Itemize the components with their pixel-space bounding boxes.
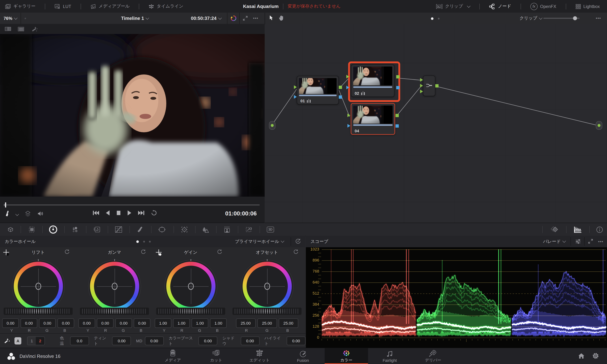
key-input-port[interactable] — [346, 86, 349, 89]
color-wheel[interactable] — [90, 262, 139, 311]
key-output-port[interactable] — [339, 95, 342, 99]
tab-color[interactable]: カラー — [325, 348, 368, 364]
temp-field[interactable]: 0.0 — [70, 337, 89, 345]
info-icon[interactable] — [595, 225, 604, 234]
viewer-options-icon[interactable]: ••• — [253, 16, 258, 20]
rgb-input-port[interactable] — [346, 75, 349, 78]
parallel-mixer-node[interactable] — [423, 76, 435, 96]
scope-settings-icon[interactable] — [575, 239, 581, 244]
rgb-output-port[interactable] — [339, 86, 342, 89]
primaries-bars-icon[interactable] — [71, 225, 79, 234]
node-page-dot-1[interactable] — [431, 17, 433, 20]
viewer-zoom-select[interactable]: 76% — [0, 16, 21, 21]
corrector-node-02-selection[interactable]: 02 — [348, 62, 400, 102]
play-button[interactable] — [127, 210, 132, 216]
pointer-tool-icon[interactable] — [269, 15, 274, 21]
master-wheel-slider[interactable] — [232, 308, 301, 315]
curves-icon[interactable] — [114, 225, 123, 234]
goto-start-button[interactable] — [92, 210, 99, 216]
wipe-modes-icon[interactable] — [25, 210, 31, 217]
scope-mode-select[interactable]: パレード — [543, 238, 565, 245]
wheel-mode-select[interactable]: プライマリーホイール — [235, 238, 284, 245]
timeline-select[interactable]: Timeline 1 — [121, 15, 149, 21]
corrector-node-02[interactable]: 02 — [351, 64, 394, 97]
gallery-button[interactable]: ギャラリー — [0, 0, 40, 13]
wheel-handle[interactable] — [264, 283, 270, 290]
tab-deliver[interactable]: デリバー — [412, 348, 455, 364]
gallery-grid-icon[interactable] — [18, 26, 24, 31]
audio-mute-icon[interactable] — [37, 211, 44, 217]
loop-button[interactable] — [151, 210, 157, 216]
playhead[interactable] — [5, 202, 6, 208]
key-input-port[interactable] — [348, 124, 350, 128]
output-node[interactable] — [596, 121, 602, 130]
key-output-port[interactable] — [396, 86, 400, 89]
master-wheel-slider[interactable] — [156, 308, 225, 315]
value-r[interactable]: 1.00 — [173, 318, 190, 328]
wheel-handle[interactable] — [35, 283, 41, 290]
tab-media[interactable]: メディア — [151, 348, 194, 364]
reset-icon[interactable] — [217, 249, 222, 254]
stop-button[interactable] — [116, 210, 121, 216]
node-options-icon[interactable]: ••• — [596, 16, 601, 20]
value-r[interactable]: 0.00 — [97, 318, 114, 328]
value-b[interactable]: 25.00 — [279, 318, 298, 328]
wheel-handle[interactable] — [188, 283, 194, 290]
viewer-scrubber[interactable] — [5, 205, 259, 205]
media-pool-button[interactable]: メディアプール — [85, 0, 135, 13]
tab-fairlight[interactable]: Fairlight — [368, 348, 412, 364]
rgb-mixer-icon[interactable] — [92, 225, 101, 234]
play-reverse-button[interactable] — [105, 210, 110, 216]
value-g[interactable]: 25.00 — [257, 318, 277, 328]
pan-tool-icon[interactable] — [279, 15, 284, 21]
rgb-output-port[interactable] — [396, 114, 399, 117]
shadows-field[interactable]: 0.00 — [241, 337, 259, 345]
value-r[interactable]: 0.00 — [21, 318, 37, 328]
rgb-input-port[interactable] — [348, 114, 350, 117]
reset-icon[interactable] — [64, 249, 70, 254]
mixer-input-3[interactable] — [420, 90, 423, 93]
md-field[interactable]: 0.00 — [145, 337, 164, 345]
timelines-button[interactable]: タイムライン — [144, 0, 188, 13]
tab-fusion[interactable]: Fusion — [281, 348, 325, 364]
expand-scope-icon[interactable] — [588, 239, 593, 244]
scope-options-icon[interactable]: ••• — [598, 239, 603, 244]
goto-end-button[interactable] — [138, 210, 145, 216]
grab-still-icon[interactable] — [5, 210, 10, 217]
tab-cut[interactable]: カット — [194, 348, 238, 364]
corrector-node-04[interactable]: 04 — [351, 103, 395, 135]
highlights-field[interactable]: 0.00 — [287, 337, 306, 345]
home-icon[interactable] — [578, 353, 585, 359]
tracker-icon[interactable] — [180, 225, 189, 234]
key-icon[interactable] — [223, 225, 231, 234]
viewer-timecode[interactable]: 00:50:37:24 — [191, 15, 221, 21]
reset-icon[interactable] — [141, 249, 146, 254]
value-g[interactable]: 0.00 — [115, 318, 132, 328]
openfx-button[interactable]: fx OpenFX — [525, 0, 561, 13]
version-2-button[interactable]: 2 — [36, 337, 44, 345]
wheel-handle[interactable] — [112, 283, 117, 290]
chevron-down-icon[interactable] — [15, 212, 19, 216]
value-y[interactable]: 0.00 — [2, 318, 19, 328]
qualifier-icon[interactable] — [136, 225, 145, 234]
camera-raw-icon[interactable] — [6, 225, 15, 234]
parade-scope[interactable] — [306, 247, 607, 348]
gear-icon[interactable] — [592, 352, 599, 359]
node-graph[interactable]: 01 02 04 — [265, 24, 607, 223]
rgb-output-port[interactable] — [396, 75, 400, 78]
value-g[interactable]: 1.00 — [192, 318, 208, 328]
version-1-button[interactable]: 1 — [28, 337, 36, 345]
mixer-input-1[interactable] — [420, 78, 423, 82]
reset-all-icon[interactable] — [295, 238, 301, 244]
wheel-page-dot-2[interactable] — [143, 241, 145, 243]
tint-field[interactable]: 0.00 — [112, 337, 131, 345]
power-window-icon[interactable] — [158, 225, 166, 234]
rgb-input-port[interactable] — [294, 85, 297, 89]
key-input-port[interactable] — [294, 95, 297, 99]
color-boost-field[interactable]: 0.00 — [198, 337, 217, 345]
value-g[interactable]: 0.00 — [39, 318, 56, 328]
blur-icon[interactable] — [201, 225, 210, 234]
enhance-wand-icon[interactable] — [31, 26, 38, 32]
expand-viewer-icon[interactable] — [243, 15, 248, 21]
mixer-input-2[interactable] — [420, 84, 423, 88]
